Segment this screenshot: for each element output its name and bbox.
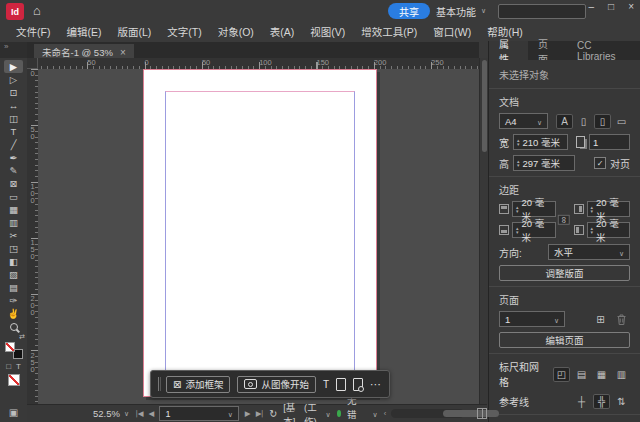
hscroll-left-icon[interactable]: ‹: [384, 409, 386, 418]
portrait-active-icon[interactable]: ▯: [594, 114, 611, 129]
baseline-grid-icon[interactable]: ▤: [573, 367, 590, 382]
vertical-scrollbar[interactable]: [479, 58, 488, 404]
note-tool[interactable]: ▤: [4, 281, 23, 294]
adjust-layout-button[interactable]: 调整版面: [499, 265, 630, 281]
apply-none-swatch[interactable]: [8, 374, 20, 386]
minimize-button[interactable]: –: [589, 1, 595, 12]
page-size-select[interactable]: A4: [499, 113, 548, 129]
document-page[interactable]: [143, 69, 377, 397]
last-page-icon[interactable]: ▶∣: [256, 409, 264, 418]
document-options-icon[interactable]: [353, 378, 363, 391]
smart-guides-icon[interactable]: ╬: [593, 394, 610, 409]
eyedropper-tool[interactable]: ✑: [4, 294, 23, 307]
guide-options-icon[interactable]: ⇅: [613, 394, 630, 409]
menubar-item[interactable]: 增效工具(P): [353, 23, 425, 42]
height-stepper[interactable]: [517, 159, 520, 167]
horizontal-scrollbar-thumb[interactable]: [443, 410, 499, 417]
free-transform-tool[interactable]: ◳: [4, 242, 23, 255]
direct-selection-tool[interactable]: ▷: [4, 73, 23, 86]
menubar-item[interactable]: 表(A): [262, 23, 303, 42]
line-tool[interactable]: ╱: [4, 138, 23, 151]
share-button[interactable]: 共享: [388, 3, 430, 19]
add-frame-button[interactable]: ⊠ 添加框架: [166, 376, 230, 393]
delete-page-icon[interactable]: [613, 312, 630, 327]
margin-outside-field[interactable]: 20 毫米: [574, 222, 631, 238]
fill-stroke-swatches[interactable]: [5, 342, 23, 359]
tab-close-icon[interactable]: ×: [120, 47, 126, 58]
vertical-ruler[interactable]: 050100150200250: [27, 69, 38, 404]
preflight-menu-icon[interactable]: [326, 408, 331, 419]
current-page-select[interactable]: 1: [499, 311, 565, 327]
selection-tool[interactable]: ▶: [4, 60, 23, 73]
drag-handle[interactable]: [158, 377, 159, 391]
ruler-origin-corner[interactable]: [27, 58, 38, 69]
menubar-item[interactable]: 视图(V): [302, 23, 353, 42]
gradient-swatch-tool[interactable]: ◧: [4, 255, 23, 268]
horizontal-scrollbar[interactable]: [391, 409, 463, 418]
menubar-item[interactable]: 版面(L): [109, 23, 159, 42]
margin-inside-field[interactable]: 20 毫米: [574, 201, 631, 217]
previous-page-icon[interactable]: ◀: [149, 409, 154, 418]
menubar-item[interactable]: 文件(F): [8, 23, 58, 42]
next-page-icon[interactable]: ▶: [245, 409, 250, 418]
facing-pages-checkbox[interactable]: [594, 157, 606, 169]
landscape-icon[interactable]: ▭: [613, 114, 630, 129]
scissors-tool[interactable]: ✂: [4, 229, 23, 242]
pencil-tool[interactable]: ✎: [4, 164, 23, 177]
zoom-level-select[interactable]: 52.5%: [93, 408, 129, 419]
start-from-image-button[interactable]: 从图像开始: [237, 376, 316, 393]
margin-bottom-field[interactable]: 20 毫米: [499, 222, 556, 238]
page-tool[interactable]: ⊡: [4, 86, 23, 99]
workspace-switcher[interactable]: 基本功能: [436, 3, 486, 19]
panel-tab-properties[interactable]: 属性: [489, 41, 528, 60]
status-popup-icon[interactable]: [373, 408, 378, 419]
search-input[interactable]: [498, 4, 586, 19]
gradient-feather-tool[interactable]: ▨: [4, 268, 23, 281]
gap-tool[interactable]: ↔: [4, 99, 23, 112]
height-field[interactable]: 297 毫米: [513, 155, 575, 171]
ruler-corner-icon[interactable]: ◰: [553, 367, 570, 382]
zoom-tool[interactable]: [4, 320, 23, 333]
maximize-button[interactable]: □: [608, 1, 614, 12]
edit-pages-button[interactable]: 编辑页面: [499, 332, 630, 348]
frame-tool[interactable]: ⊠: [4, 177, 23, 190]
pen-tool[interactable]: ✒: [4, 151, 23, 164]
page-number-field[interactable]: 1: [159, 406, 238, 421]
type-tool-button[interactable]: T: [323, 379, 329, 390]
swap-fill-stroke-icon[interactable]: ⇄: [19, 333, 25, 341]
direction-select[interactable]: 水平: [548, 244, 630, 260]
column-grid-icon[interactable]: ▥: [613, 367, 630, 382]
screen-mode-button[interactable]: ▣: [9, 407, 18, 418]
document-preset-icon[interactable]: A: [556, 114, 573, 129]
portrait-icon[interactable]: ▯: [575, 114, 592, 129]
width-field[interactable]: 210 毫米: [513, 134, 568, 150]
panel-tab-cc-libraries[interactable]: CC Libraries: [567, 41, 640, 60]
home-icon[interactable]: ⌂: [33, 3, 41, 18]
link-margins-icon[interactable]: ∞: [557, 214, 569, 224]
vertical-scrollbar-thumb[interactable]: [482, 60, 487, 152]
more-options-icon[interactable]: ⋯: [370, 378, 382, 391]
menubar-item[interactable]: 对象(O): [210, 23, 262, 42]
first-page-icon[interactable]: ∣◀: [135, 409, 143, 418]
new-document-icon[interactable]: [336, 378, 346, 391]
close-button[interactable]: ×: [628, 1, 634, 12]
add-page-icon[interactable]: ⊞: [592, 312, 609, 327]
hand-tool[interactable]: ✌: [4, 307, 23, 320]
menubar-item[interactable]: 编辑(E): [58, 23, 109, 42]
panel-tab-pages[interactable]: 页面: [528, 41, 567, 60]
formatting-toggle[interactable]: □T: [6, 361, 21, 372]
guides-icon[interactable]: ┼: [573, 394, 590, 409]
rectangle-tool[interactable]: ▭: [4, 190, 23, 203]
horizontal-ruler[interactable]: 05005010015020025030: [27, 58, 479, 69]
width-stepper[interactable]: [517, 138, 520, 146]
document-grid-icon[interactable]: ▦: [593, 367, 610, 382]
type-tool[interactable]: T: [4, 125, 23, 138]
menubar-item[interactable]: 窗口(W): [425, 23, 479, 42]
horizontal-grid-tool[interactable]: ▦: [4, 203, 23, 216]
menubar-item[interactable]: 文字(T): [159, 23, 209, 42]
page-count-field[interactable]: 1: [589, 134, 630, 150]
content-collector-tool[interactable]: ◫: [4, 112, 23, 125]
vertical-grid-tool[interactable]: ▥: [4, 216, 23, 229]
margin-top-field[interactable]: 20 毫米: [499, 201, 556, 217]
spread-view-icon[interactable]: [477, 408, 487, 419]
